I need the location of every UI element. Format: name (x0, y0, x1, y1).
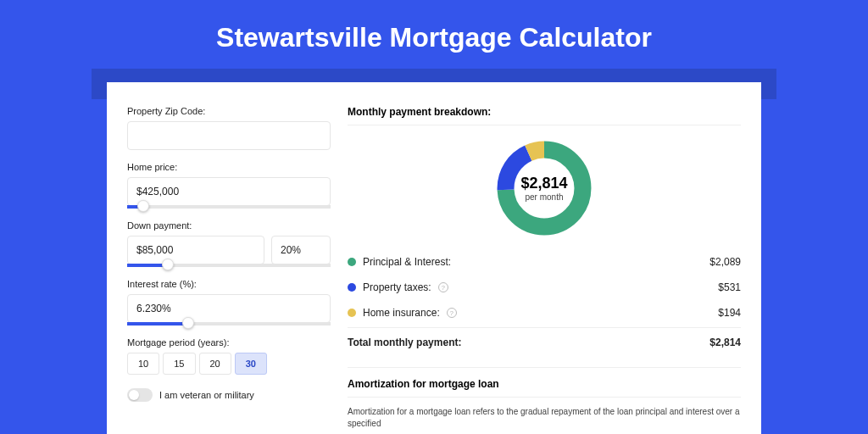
rate-input[interactable] (127, 294, 331, 323)
slider-thumb[interactable] (137, 200, 149, 212)
price-slider[interactable] (127, 205, 331, 209)
total-value: $2,814 (709, 337, 741, 348)
price-group: Home price: (127, 162, 331, 209)
donut-value: $2,814 (520, 175, 567, 192)
zip-group: Property Zip Code: (127, 106, 331, 150)
donut-wrap: $2,814 per month (348, 137, 741, 239)
slider-thumb[interactable] (182, 317, 194, 329)
donut-center: $2,814 per month (493, 137, 595, 239)
info-icon[interactable]: ? (438, 282, 448, 292)
period-30[interactable]: 30 (235, 353, 267, 375)
breakdown-title: Monthly payment breakdown: (348, 106, 741, 125)
breakdown-row: Principal & Interest:$2,089 (348, 249, 741, 275)
period-20[interactable]: 20 (199, 353, 231, 375)
period-group: Mortgage period (years): 10152030 (127, 337, 331, 375)
veteran-label: I am veteran or military (159, 390, 254, 400)
breakdown-row: Home insurance:?$194 (348, 300, 741, 326)
input-column: Property Zip Code: Home price: Down paym… (127, 106, 331, 434)
page-title: Stewartsville Mortgage Calculator (0, 0, 868, 69)
price-label: Home price: (127, 162, 331, 172)
legend-dot (348, 283, 356, 292)
donut-chart: $2,814 per month (493, 137, 595, 239)
legend-dot (348, 309, 356, 317)
period-15[interactable]: 15 (163, 353, 195, 375)
down-amount-input[interactable] (127, 236, 264, 264)
zip-label: Property Zip Code: (127, 106, 331, 116)
down-slider[interactable] (127, 264, 331, 267)
breakdown-column: Monthly payment breakdown: $2,814 per mo… (348, 106, 741, 434)
breakdown-label: Property taxes: (363, 281, 431, 293)
period-options: 10152030 (127, 353, 331, 375)
amort-text: Amortization for a mortgage loan refers … (348, 406, 741, 430)
veteran-row: I am veteran or military (127, 388, 331, 402)
down-label: Down payment: (127, 220, 331, 231)
breakdown-value: $2,089 (709, 256, 741, 268)
zip-input[interactable] (127, 121, 331, 150)
period-label: Mortgage period (years): (127, 337, 331, 348)
breakdown-value: $531 (718, 281, 741, 293)
donut-sub: per month (525, 192, 563, 202)
breakdown-label: Home insurance: (363, 307, 440, 319)
down-group: Down payment: (127, 220, 331, 267)
veteran-toggle[interactable] (127, 388, 153, 402)
rate-group: Interest rate (%): (127, 279, 331, 326)
down-pct-input[interactable] (271, 236, 331, 264)
breakdown-label: Principal & Interest: (363, 256, 451, 268)
calculator-card: Property Zip Code: Home price: Down paym… (107, 82, 761, 434)
breakdown-row: Property taxes:?$531 (348, 275, 741, 300)
legend-dot (348, 258, 356, 266)
amort-title: Amortization for mortgage loan (348, 367, 741, 398)
rate-slider[interactable] (127, 322, 331, 326)
total-label: Total monthly payment: (348, 337, 461, 348)
rate-label: Interest rate (%): (127, 279, 331, 289)
slider-thumb[interactable] (162, 259, 174, 270)
toggle-knob (129, 390, 139, 400)
info-icon[interactable]: ? (447, 308, 457, 318)
price-input[interactable] (127, 177, 331, 206)
breakdown-list: Principal & Interest:$2,089Property taxe… (348, 249, 741, 326)
breakdown-value: $194 (718, 307, 741, 319)
period-10[interactable]: 10 (127, 353, 159, 375)
total-row: Total monthly payment: $2,814 (348, 327, 741, 355)
